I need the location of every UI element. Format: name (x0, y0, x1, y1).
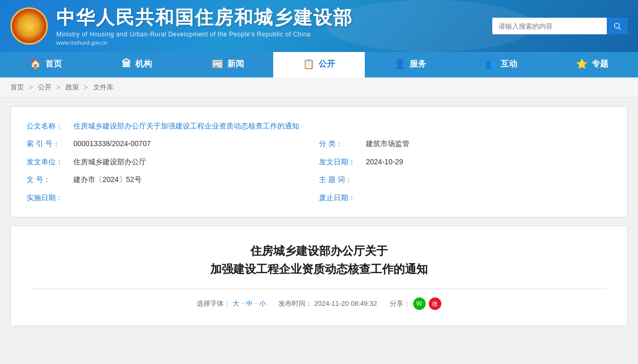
nav-item-home[interactable]: 🏠 首页 (0, 52, 91, 77)
font-sep-1: - (241, 299, 244, 308)
header-search (492, 18, 628, 34)
header-left: ★ 中华人民共和国住房和城乡建设部 Ministry of Housing an… (10, 6, 353, 46)
issue-date-row: 发文日期： 2024-10-29 (319, 153, 611, 171)
doc-title-value: 住房城乡建设部办公厅关于加强建设工程企业资质动态核查工作的通知 (73, 120, 299, 132)
category-label: 分 类： (319, 138, 366, 149)
index-row: 索 引 号： 000013338/2024-00707 (27, 135, 319, 152)
keywords-label: 主 题 词： (319, 174, 366, 185)
open-icon: 📋 (303, 58, 314, 70)
font-selector-label: 选择字体： (197, 299, 231, 308)
font-options: 大 - 中 - 小 (233, 299, 266, 308)
issuer-label: 发文单位： (27, 156, 73, 167)
document-content-card: 住房城乡建设部办公厅关于 加强建设工程企业资质动态核查工作的通知 选择字体： 大… (10, 226, 628, 326)
nav-item-special[interactable]: ⭐ 专题 (547, 52, 638, 77)
font-small-option[interactable]: 小 (259, 299, 266, 308)
nav-item-open[interactable]: 📋 公开 (273, 52, 364, 77)
font-large-option[interactable]: 大 (233, 299, 239, 308)
breadcrumb: 首页 > 公开 > 政策 > 文件库 (0, 77, 638, 98)
search-button[interactable] (607, 18, 628, 34)
home-icon: 🏠 (30, 58, 41, 70)
heading-line2: 加强建设工程企业资质动态核查工作的通知 (32, 260, 606, 278)
weibo-share-icon[interactable]: 微 (429, 297, 441, 310)
site-subtitle: Ministry of Housing and Urban-Rural Deve… (56, 31, 353, 38)
search-box (492, 18, 628, 34)
breadcrumb-current: 文件库 (93, 83, 113, 91)
publish-label: 发布时间： (278, 300, 312, 307)
nav-label-open: 公开 (318, 59, 335, 70)
search-input[interactable] (492, 18, 607, 34)
main-content: 公文名称： 住房城乡建设部办公厅关于加强建设工程企业资质动态核查工作的通知 索 … (0, 98, 638, 334)
site-header: ★ 中华人民共和国住房和城乡建设部 Ministry of Housing an… (0, 0, 638, 52)
share-section: 分享： W 微 (390, 297, 441, 310)
header-title-block: 中华人民共和国住房和城乡建设部 Ministry of Housing and … (56, 6, 353, 46)
nav-label-service: 服务 (410, 59, 426, 70)
issue-date-value: 2024-10-29 (366, 156, 403, 167)
special-icon: ⭐ (576, 58, 588, 70)
info-grid: 索 引 号： 000013338/2024-00707 发文单位： 住房城乡建设… (27, 135, 611, 206)
category-value: 建筑市场监管 (366, 138, 410, 149)
search-icon (613, 22, 621, 30)
breadcrumb-open[interactable]: 公开 (38, 83, 52, 91)
document-heading: 住房城乡建设部办公厅关于 加强建设工程企业资质动态核查工作的通知 (32, 242, 606, 278)
logo: ★ (10, 7, 48, 45)
nav-item-service[interactable]: 👤 服务 (365, 52, 456, 77)
docnum-value: 建办市〔2024〕52号 (73, 174, 142, 185)
publish-info: 发布时间： 2024-11-20 08:49:32 (278, 299, 377, 308)
category-row: 分 类： 建筑市场监管 (319, 135, 611, 152)
docnum-row: 文 号： 建办市〔2024〕52号 (27, 171, 319, 188)
main-nav: 🏠 首页 🏛 机构 📰 新闻 📋 公开 👤 服务 👥 互动 ⭐ 专题 (0, 52, 638, 77)
nav-label-special: 专题 (592, 59, 608, 70)
document-info-card: 公文名称： 住房城乡建设部办公厅关于加强建设工程企业资质动态核查工作的通知 索 … (10, 106, 628, 217)
content-divider (32, 289, 606, 289)
font-medium-option[interactable]: 中 (246, 299, 253, 308)
emblem-icon: ★ (23, 18, 36, 35)
service-icon: 👤 (394, 58, 405, 70)
expiry-label: 废止日期： (319, 192, 366, 203)
nav-item-org[interactable]: 🏛 机构 (91, 52, 182, 77)
breadcrumb-sep-1: > (29, 83, 35, 91)
issuer-value: 住房城乡建设部办公厅 (73, 156, 146, 167)
keywords-row: 主 题 词： (319, 171, 611, 188)
nav-label-news: 新闻 (227, 59, 244, 70)
publish-time: 2024-11-20 08:49:32 (314, 300, 377, 307)
breadcrumb-home[interactable]: 首页 (10, 83, 24, 91)
heading-line1: 住房城乡建设部办公厅关于 (32, 242, 606, 260)
interact-icon: 👥 (485, 58, 496, 70)
wechat-share-icon[interactable]: W (413, 297, 426, 310)
svg-line-1 (619, 28, 621, 30)
site-url: www.mohurd.gov.cn (56, 40, 353, 46)
breadcrumb-policy[interactable]: 政策 (66, 83, 79, 91)
nav-item-interact[interactable]: 👥 互动 (456, 52, 547, 77)
nav-item-news[interactable]: 📰 新闻 (182, 52, 273, 77)
issuer-row: 发文单位： 住房城乡建设部办公厅 (27, 153, 319, 171)
document-meta: 选择字体： 大 - 中 - 小 发布时间： 2024-11-20 08:49:3… (32, 297, 606, 310)
nav-label-org: 机构 (135, 59, 152, 70)
doc-title-row: 公文名称： 住房城乡建设部办公厅关于加强建设工程企业资质动态核查工作的通知 (27, 117, 611, 135)
share-label: 分享： (390, 299, 410, 308)
font-sep-2: - (255, 299, 257, 308)
nav-label-interact: 互动 (501, 59, 517, 70)
impl-date-row: 实施日期： (27, 189, 319, 206)
index-label: 索 引 号： (27, 138, 73, 149)
font-selector: 选择字体： 大 - 中 - 小 (197, 299, 266, 308)
svg-point-0 (615, 23, 619, 28)
breadcrumb-sep-3: > (84, 83, 90, 91)
news-icon: 📰 (212, 58, 223, 70)
doc-title-label: 公文名称： (27, 120, 73, 132)
issue-date-label: 发文日期： (319, 156, 366, 167)
breadcrumb-sep-2: > (56, 83, 62, 91)
org-icon: 🏛 (122, 59, 131, 70)
docnum-label: 文 号： (27, 174, 73, 185)
site-title: 中华人民共和国住房和城乡建设部 (56, 6, 353, 29)
impl-date-label: 实施日期： (27, 192, 73, 203)
expiry-row: 废止日期： (319, 189, 611, 206)
nav-label-home: 首页 (45, 59, 62, 70)
index-value: 000013338/2024-00707 (73, 138, 151, 149)
